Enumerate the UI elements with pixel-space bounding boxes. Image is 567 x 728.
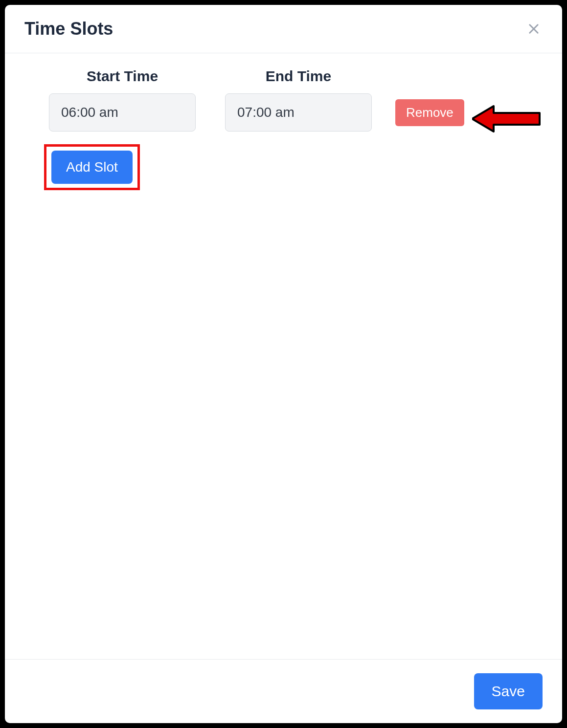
close-icon (527, 22, 541, 36)
save-button[interactable]: Save (474, 673, 543, 709)
annotation-arrow-icon (472, 103, 541, 134)
remove-button[interactable]: Remove (395, 99, 464, 126)
add-slot-button[interactable]: Add Slot (51, 151, 133, 184)
start-time-input[interactable]: 06:00 am (49, 93, 196, 132)
start-time-header: Start Time (49, 68, 196, 85)
modal-body: Start Time End Time 06:00 am 07:00 am Re… (5, 53, 562, 659)
end-time-header: End Time (225, 68, 372, 85)
end-time-value: 07:00 am (237, 105, 295, 120)
svg-marker-2 (472, 106, 540, 132)
columns-header: Start Time End Time (49, 68, 538, 85)
time-slots-modal: Time Slots Start Time End Time 06:00 am … (5, 5, 562, 723)
start-time-value: 06:00 am (61, 105, 118, 120)
modal-title: Time Slots (24, 19, 113, 39)
end-time-input[interactable]: 07:00 am (225, 93, 372, 132)
add-slot-highlight: Add Slot (44, 144, 140, 190)
close-button[interactable] (525, 20, 543, 38)
slot-row: 06:00 am 07:00 am Remove (49, 93, 538, 132)
modal-footer: Save (5, 659, 562, 723)
modal-header: Time Slots (5, 5, 562, 53)
